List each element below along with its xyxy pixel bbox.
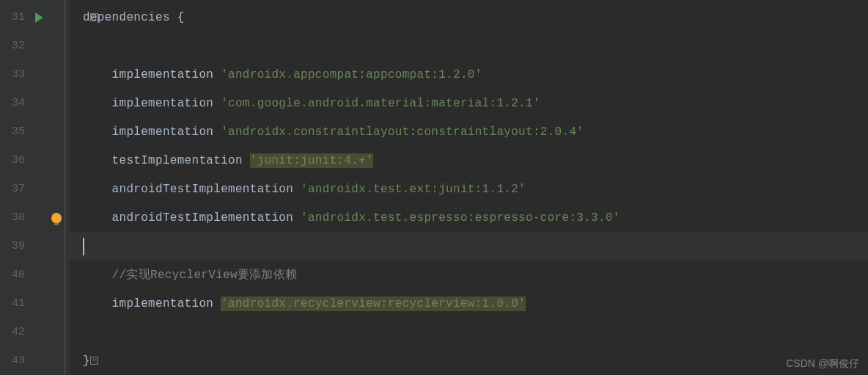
code-editor[interactable]: 31−323334353637383940414243− dependencie… xyxy=(0,0,868,375)
code-token: androidTestImplementation xyxy=(112,183,301,196)
code-token: } xyxy=(83,354,90,368)
code-token: 'junit:junit:4.+' xyxy=(250,153,373,168)
code-line[interactable] xyxy=(70,318,868,346)
gutter-row[interactable]: 32 xyxy=(0,32,70,60)
gutter-row[interactable]: 38 xyxy=(0,203,70,232)
code-token: 'androidx.appcompat:appcompat:1.2.0' xyxy=(221,68,482,81)
gutter-icons xyxy=(29,175,70,203)
code-line[interactable]: } xyxy=(70,346,868,375)
gutter-icons: − xyxy=(29,3,70,32)
line-number: 43 xyxy=(0,354,29,367)
code-token: 'com.google.android.material:material:1.… xyxy=(221,97,540,110)
code-line[interactable]: implementation 'com.google.android.mater… xyxy=(70,89,868,117)
line-number: 35 xyxy=(0,125,29,138)
code-line[interactable] xyxy=(70,32,868,60)
lightbulb-icon[interactable] xyxy=(51,213,62,223)
gutter-icons xyxy=(29,261,70,289)
gutter-row[interactable]: 43− xyxy=(0,346,70,375)
gutter-row[interactable]: 37 xyxy=(0,175,70,203)
line-number: 33 xyxy=(0,68,29,81)
gutter-row[interactable]: 35 xyxy=(0,117,70,146)
gutter-icons: − xyxy=(29,346,70,375)
line-number: 37 xyxy=(0,183,29,195)
indent xyxy=(83,183,112,196)
code-token: 'androidx.recyclerview:recyclerview:1.0.… xyxy=(221,296,526,311)
code-area[interactable]: dependencies { implementation 'androidx.… xyxy=(70,0,868,375)
line-number: 42 xyxy=(0,326,29,338)
text-caret xyxy=(83,238,84,255)
code-token: implementation xyxy=(112,97,221,110)
code-line[interactable]: implementation 'androidx.appcompat:appco… xyxy=(70,60,868,89)
gutter-row[interactable]: 40 xyxy=(0,261,70,289)
gutter-icons xyxy=(29,32,70,60)
line-number: 38 xyxy=(0,211,29,224)
gutter-row[interactable]: 36 xyxy=(0,146,70,175)
code-token: 'androidx.test.ext:junit:1.1.2' xyxy=(301,183,526,196)
indent xyxy=(83,211,112,225)
gutter-icons xyxy=(29,89,70,117)
gutter-row[interactable]: 34 xyxy=(0,89,70,117)
gutter-icons xyxy=(29,289,70,318)
code-token: implementation xyxy=(112,125,221,139)
code-line[interactable]: dependencies { xyxy=(70,3,868,32)
code-line[interactable]: implementation 'androidx.recyclerview:re… xyxy=(70,289,868,318)
line-number: 41 xyxy=(0,297,29,310)
gutter-row[interactable]: 33 xyxy=(0,60,70,89)
line-number: 31 xyxy=(0,11,29,23)
gutter[interactable]: 31−323334353637383940414243− xyxy=(0,0,70,375)
watermark: CSDN @啊俊仔 xyxy=(786,357,859,371)
code-line[interactable]: androidTestImplementation 'androidx.test… xyxy=(70,203,868,232)
gutter-row[interactable]: 39 xyxy=(0,232,70,261)
code-line[interactable]: androidTestImplementation 'androidx.test… xyxy=(70,175,868,203)
gutter-icons xyxy=(29,318,70,346)
line-number: 32 xyxy=(0,40,29,52)
line-number: 40 xyxy=(0,269,29,281)
code-token: androidTestImplementation xyxy=(112,211,301,225)
gutter-row[interactable]: 31− xyxy=(0,3,70,32)
code-line[interactable] xyxy=(70,232,868,261)
code-line[interactable]: implementation 'androidx.constraintlayou… xyxy=(70,117,868,146)
code-token: testImplementation xyxy=(112,154,250,167)
code-token: implementation xyxy=(112,68,221,81)
line-number: 34 xyxy=(0,97,29,109)
code-line[interactable]: testImplementation 'junit:junit:4.+' xyxy=(70,146,868,175)
indent xyxy=(83,125,112,139)
gutter-row[interactable]: 42 xyxy=(0,318,70,346)
line-number: 36 xyxy=(0,154,29,167)
code-token: 'androidx.test.espresso:espresso-core:3.… xyxy=(301,211,620,225)
gutter-icons xyxy=(29,60,70,89)
code-token: //实现RecyclerView要添加依赖 xyxy=(112,267,298,283)
gutter-icons xyxy=(29,117,70,146)
indent xyxy=(83,68,112,81)
gutter-icons xyxy=(29,146,70,175)
gutter-icons xyxy=(29,203,70,232)
indent xyxy=(83,97,112,110)
line-number: 39 xyxy=(0,240,29,252)
gutter-row[interactable]: 41 xyxy=(0,289,70,318)
indent xyxy=(83,269,112,282)
code-line[interactable]: //实现RecyclerView要添加依赖 xyxy=(70,261,868,289)
indent xyxy=(83,297,112,310)
code-token: implementation xyxy=(112,297,221,310)
code-token: dependencies xyxy=(83,11,177,24)
code-token: 'androidx.constraintlayout:constraintlay… xyxy=(221,125,584,139)
code-token: { xyxy=(177,11,185,24)
gutter-icons xyxy=(29,232,70,261)
run-icon[interactable] xyxy=(35,12,43,23)
indent xyxy=(83,154,112,167)
